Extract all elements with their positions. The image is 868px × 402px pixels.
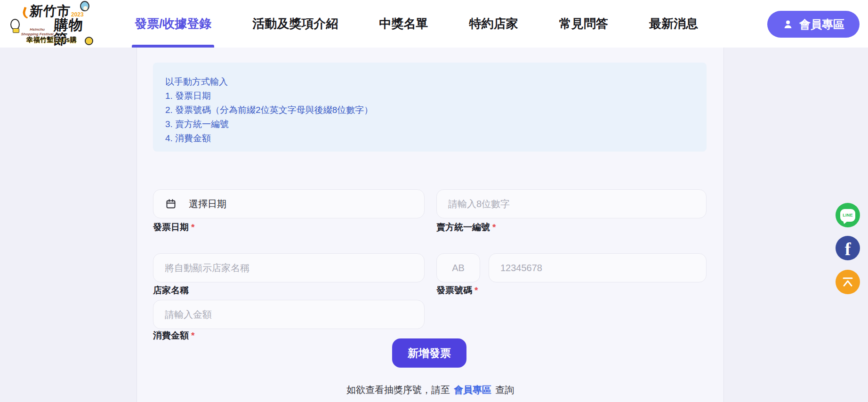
nav-item-label: 最新消息	[649, 16, 698, 32]
store-name-label: 店家名稱	[153, 284, 189, 297]
store-name-input[interactable]	[153, 253, 425, 282]
invoice-date-value: 選擇日期	[189, 198, 226, 210]
line-share-button[interactable]: LINE	[836, 203, 860, 227]
arrow-up-icon	[841, 276, 854, 288]
line-icon: LINE	[840, 209, 855, 222]
add-invoice-button[interactable]: 新增發票	[392, 338, 466, 368]
amount-input[interactable]	[153, 300, 425, 329]
facebook-icon: f	[845, 239, 851, 259]
person-icon	[782, 19, 794, 30]
main-nav: 發票/收據登錄 活動及獎項介紹 中獎名單 特約店家 常見問答 最新消息	[135, 0, 698, 48]
logo-title-row1: 新竹市 2023	[23, 5, 84, 18]
nav-item-label: 中獎名單	[379, 16, 428, 32]
nav-item-latest-news[interactable]: 最新消息	[649, 0, 698, 48]
seller-id-input[interactable]	[436, 189, 707, 218]
seller-id-label: 賣方統一編號 *	[436, 221, 496, 233]
site-logo[interactable]: 新竹市 2023 Hsinchu Shopping Festival 購物節 幸…	[7, 1, 93, 46]
required-asterisk: *	[474, 285, 478, 296]
invoice-number-prefix-input[interactable]	[436, 253, 480, 282]
label-text: 店家名稱	[153, 284, 189, 297]
mascot-white-bird-icon	[10, 19, 20, 30]
amount-label: 消費金額 *	[153, 330, 194, 342]
line-icon-label: LINE	[843, 213, 852, 217]
nav-item-event-prizes[interactable]: 活動及獎項介紹	[252, 0, 338, 48]
instruction-item: 3. 賣方統一編號	[165, 117, 693, 131]
instruction-item: 2. 發票號碼（分為前綴2位英文字母與後綴8位數字）	[165, 103, 693, 117]
label-text: 賣方統一編號	[436, 221, 490, 233]
logo-tagline: 幸福竹塹Let's購	[26, 36, 77, 44]
label-text: 消費金額	[153, 330, 189, 342]
logo-title-line1: 新竹市	[29, 5, 71, 18]
note-text-after: 查詢	[495, 384, 514, 396]
lottery-number-note: 如欲查看抽獎序號，請至 會員專區 查詢	[137, 384, 723, 396]
nav-item-partner-stores[interactable]: 特約店家	[469, 0, 518, 48]
member-area-button[interactable]: 會員專區	[767, 11, 860, 38]
instruction-item: 1. 發票日期	[165, 89, 693, 103]
nav-item-winners-list[interactable]: 中獎名單	[379, 0, 428, 48]
nav-item-label: 常見問答	[559, 16, 608, 32]
invoice-number-digits-input[interactable]	[489, 253, 707, 282]
member-area-link[interactable]: 會員專區	[454, 384, 491, 396]
header: 新竹市 2023 Hsinchu Shopping Festival 購物節 幸…	[0, 0, 868, 48]
facebook-share-button[interactable]: f	[836, 236, 860, 260]
manual-entry-instructions: 以手動方式輸入 1. 發票日期 2. 發票號碼（分為前綴2位英文字母與後綴8位數…	[153, 63, 707, 152]
back-to-top-button[interactable]	[836, 270, 860, 294]
required-asterisk: *	[492, 222, 496, 233]
note-text-before: 如欲查看抽獎序號，請至	[346, 384, 450, 396]
invoice-date-picker[interactable]: 選擇日期	[153, 189, 425, 218]
nav-item-faq[interactable]: 常見問答	[559, 0, 608, 48]
invoice-form-panel: 以手動方式輸入 1. 發票日期 2. 發票號碼（分為前綴2位英文字母與後綴8位數…	[137, 48, 724, 402]
member-area-label: 會員專區	[799, 17, 844, 32]
invoice-number-label: 發票號碼 *	[436, 284, 478, 297]
calendar-icon	[165, 198, 177, 209]
label-text: 發票日期	[153, 221, 189, 233]
nav-item-label: 活動及獎項介紹	[252, 16, 338, 32]
instructions-title: 以手動方式輸入	[165, 75, 693, 89]
nav-item-invoice-registration[interactable]: 發票/收據登錄	[135, 0, 211, 48]
invoice-date-label: 發票日期 *	[153, 221, 194, 233]
required-asterisk: *	[191, 330, 194, 341]
nav-item-label: 發票/收據登錄	[135, 16, 211, 32]
active-tab-indicator	[132, 45, 214, 48]
page: 新竹市 2023 Hsinchu Shopping Festival 購物節 幸…	[0, 0, 868, 402]
logo-subtitle-en: Hsinchu Shopping Festival	[21, 27, 54, 37]
instruction-item: 4. 消費金額	[165, 131, 693, 145]
required-asterisk: *	[191, 222, 194, 233]
label-text: 發票號碼	[436, 284, 472, 297]
nav-item-label: 特約店家	[469, 16, 518, 32]
